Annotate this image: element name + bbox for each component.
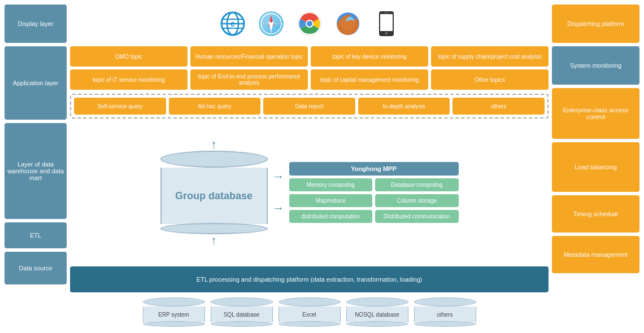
load-balancing-label: Load balancing — [552, 142, 639, 192]
hr-finance-topic: Human resources/Financial operation topi… — [190, 46, 308, 67]
db-top — [160, 151, 268, 168]
key-device-topic: topic of key device monitoring — [311, 46, 428, 67]
down-arrow-db: ↑ — [211, 234, 217, 247]
group-database: Group database — [160, 151, 268, 234]
svg-text:e: e — [230, 19, 235, 28]
topic-row-2: topic of IT service monitoring topic of … — [70, 69, 549, 90]
erp-top — [143, 297, 205, 306]
column-storage: Column storage — [375, 194, 459, 207]
etl-content: ETL processing and dispatching platform … — [70, 266, 549, 292]
others-bottom — [414, 321, 476, 327]
svg-point-15 — [307, 21, 312, 27]
sql-body: SQL database — [211, 306, 273, 322]
erp-body: ERP system — [143, 306, 205, 322]
indepth-analysis: In-depth analysis — [358, 98, 450, 115]
distributed-computation: distributed computation — [289, 210, 373, 223]
memory-computing: Memory computing — [289, 178, 373, 191]
capital-mgmt-topic: topic of capital management monitoring — [311, 69, 428, 90]
sql-top — [211, 297, 273, 306]
it-service-topic: topic of IT service monitoring — [70, 69, 188, 90]
dispatching-platform-label: Dispatching platform — [552, 5, 639, 43]
application-row: OMO topic Human resources/Financial oper… — [70, 46, 549, 119]
query-section: Self-service query Ad-hoc query Data rep… — [70, 94, 549, 119]
warehouse-content: ↑ Group database ↑ → → — [70, 122, 549, 263]
data-report: Data report — [263, 98, 355, 115]
etl-row: ETL processing and dispatching platform … — [70, 266, 549, 292]
topic-row-1: OMO topic Human resources/Financial oper… — [70, 46, 549, 67]
warehouse-layer-label: Layer of data warehouse and data mart — [5, 123, 67, 219]
erp-system: ERP system — [143, 297, 205, 327]
mpp-grid: Memory computing Database computing Map/… — [289, 178, 459, 223]
sql-bottom — [211, 321, 273, 327]
svg-rect-19 — [380, 14, 393, 31]
db-bottom — [160, 223, 268, 234]
excel-body: Excel — [279, 306, 341, 322]
app-content: OMO topic Human resources/Financial oper… — [70, 46, 549, 119]
browser-icons: e — [70, 5, 549, 43]
mpp-header: Yonghong MPP — [289, 162, 459, 176]
metadata-management-label: Metadata management — [552, 236, 639, 273]
others-top — [414, 297, 476, 306]
adhoc-query: Ad-hoc query — [169, 98, 261, 115]
application-layer-label: Application layer — [5, 46, 67, 120]
right-arrow-bottom: → — [272, 201, 285, 216]
nosql-top — [346, 297, 408, 306]
center-content: e — [70, 5, 549, 328]
datasource-content: ERP system SQL database Excel NOSQL data… — [70, 297, 549, 327]
erp-bottom — [143, 321, 205, 327]
left-labels: Display layer Application layer Layer of… — [5, 5, 67, 328]
sql-database: SQL database — [211, 297, 273, 327]
others-body: others — [414, 306, 476, 322]
etl-label: ETL — [5, 222, 67, 248]
display-layer-label: Display layer — [5, 5, 67, 43]
distributed-communication: Distributed communication — [375, 210, 459, 223]
timing-schedule-label: Timing schedule — [552, 195, 639, 233]
nosql-body: NOSQL database — [346, 306, 408, 322]
omo-topic: OMO topic — [70, 46, 188, 67]
ie-icon: e — [219, 10, 246, 37]
enterprise-access-label: Enterprise-class access control — [552, 88, 639, 139]
database-computing: Database computing — [375, 178, 459, 191]
datasource-label: Data source — [5, 252, 67, 284]
display-row: e — [70, 5, 549, 43]
others-query: others — [452, 98, 545, 115]
others-db: others — [414, 297, 476, 327]
warehouse-inner: ↑ Group database ↑ → → — [70, 138, 549, 247]
h-arrows: → → — [272, 169, 285, 216]
database-container: ↑ Group database ↑ — [160, 138, 268, 247]
right-labels: Dispatching platform System monitoring E… — [552, 5, 639, 328]
self-service-query: Self-service query — [74, 98, 166, 115]
excel-top — [279, 297, 341, 306]
safari-icon — [258, 10, 285, 37]
map-reduce: Map/reduce — [289, 194, 373, 207]
right-arrow-top: → — [272, 169, 285, 184]
warehouse-row: ↑ Group database ↑ → → — [70, 122, 549, 263]
firefox-icon — [334, 10, 362, 37]
svg-point-20 — [385, 32, 388, 35]
datasource-row: ERP system SQL database Excel NOSQL data… — [70, 296, 549, 328]
end-to-end-topic: topic of End-to-end process performance … — [190, 69, 308, 90]
excel-db: Excel — [279, 297, 341, 327]
system-monitoring-label: System monitoring — [552, 46, 639, 85]
excel-bottom — [279, 321, 341, 327]
mobile-icon — [373, 10, 400, 37]
svg-rect-21 — [384, 12, 389, 14]
nosql-bottom — [346, 321, 408, 327]
db-label: Group database — [175, 190, 253, 202]
supply-chain-topic: topic of supply chain/project cost analy… — [431, 46, 549, 67]
nosql-database: NOSQL database — [346, 297, 408, 327]
up-arrow: ↑ — [211, 138, 217, 151]
mpp-section: Yonghong MPP Memory computing Database c… — [289, 162, 459, 223]
other-topics: Other topics — [431, 69, 549, 90]
db-body: Group database — [160, 168, 268, 224]
chrome-icon — [296, 10, 323, 37]
